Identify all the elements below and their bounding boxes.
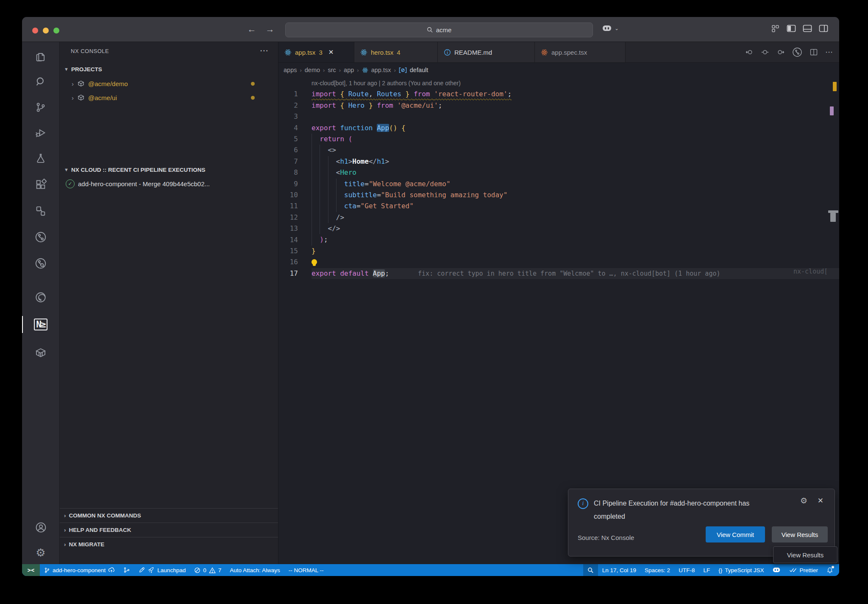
help-and-feedback-section[interactable]: › HELP AND FEEDBACK bbox=[60, 523, 278, 537]
vim-mode-status[interactable]: -- NORMAL -- bbox=[284, 564, 328, 576]
search-view-icon[interactable] bbox=[22, 71, 59, 93]
close-window-button[interactable] bbox=[32, 28, 38, 34]
window-controls bbox=[32, 28, 59, 34]
encoding-status[interactable]: UTF-8 bbox=[674, 564, 699, 576]
settings-gear-icon[interactable]: ⚙ bbox=[22, 542, 59, 564]
close-tab-icon[interactable]: ✕ bbox=[328, 48, 334, 56]
projects-section-header[interactable]: ▼ PROJECTS bbox=[60, 62, 278, 76]
language-mode-status[interactable]: {} TypeScript JSX bbox=[714, 564, 768, 576]
lightbulb-icon[interactable] bbox=[312, 259, 317, 265]
view-commit-button[interactable]: View Commit bbox=[706, 526, 765, 542]
notifications-bell[interactable] bbox=[822, 564, 839, 576]
line-number: 5 bbox=[278, 134, 298, 145]
code-line-12[interactable]: /> bbox=[312, 212, 839, 223]
code-line-2[interactable]: import { Hero } from '@acme/ui'; bbox=[312, 100, 839, 111]
indentation-status[interactable]: Spaces: 2 bbox=[640, 564, 674, 576]
command-center-search[interactable]: acme bbox=[285, 22, 593, 37]
project-item-acme-demo[interactable]: › @acme/demo bbox=[60, 77, 278, 90]
tab-readme-md[interactable]: README.md bbox=[438, 42, 535, 62]
breadcrumb-item[interactable]: apps bbox=[284, 67, 297, 73]
project-item-acme-ui[interactable]: › @acme/ui bbox=[60, 91, 278, 104]
common-nx-commands-section[interactable]: › COMMON NX COMMANDS bbox=[60, 508, 278, 523]
cursor-position-status[interactable]: Ln 17, Col 19 bbox=[598, 564, 640, 576]
code-line-10[interactable]: subtitle="Build something amazing today" bbox=[312, 190, 839, 201]
explorer-icon[interactable] bbox=[22, 45, 59, 67]
overview-modified-mark bbox=[830, 106, 834, 115]
code-line-16[interactable] bbox=[312, 257, 839, 268]
code-line-1[interactable]: import { Route, Routes } from 'react-rou… bbox=[312, 89, 839, 100]
maximize-window-button[interactable] bbox=[53, 28, 59, 34]
nx-cloud-section-header[interactable]: ▼ NX CLOUD :: RECENT CI PIPELINE EXECUTI… bbox=[60, 163, 278, 176]
gitlens-back-icon[interactable] bbox=[745, 48, 754, 56]
tab-app-tsx[interactable]: app.tsx 3 ✕ bbox=[278, 42, 354, 62]
split-editor-icon[interactable] bbox=[810, 48, 818, 56]
code-line-4[interactable]: export function App() { bbox=[312, 123, 839, 134]
eol-status[interactable]: LF bbox=[699, 564, 714, 576]
notification-settings-icon[interactable]: ⚙ bbox=[800, 496, 807, 506]
gitlens-current-icon[interactable] bbox=[761, 48, 769, 56]
code-line-3[interactable] bbox=[312, 111, 839, 122]
edge-browser-icon[interactable] bbox=[22, 286, 59, 308]
code-line-11[interactable]: cta="Get Started" bbox=[312, 201, 839, 212]
nx-migrate-section[interactable]: › NX MIGRATE bbox=[60, 537, 278, 551]
code-line-6[interactable]: <> bbox=[312, 145, 839, 156]
code-line-17[interactable]: export default App;fix: correct typo in … bbox=[312, 268, 839, 279]
problems-status[interactable]: 0 7 bbox=[190, 564, 225, 576]
code-line-5[interactable]: return ( bbox=[312, 134, 839, 145]
cloud-upload-icon bbox=[108, 567, 115, 573]
remote-indicator[interactable]: >< bbox=[22, 564, 40, 576]
extensions-icon[interactable] bbox=[22, 173, 59, 196]
breadcrumb-item[interactable]: src bbox=[328, 67, 336, 73]
code-line-14[interactable]: ); bbox=[312, 234, 839, 245]
toggle-secondary-sidebar-icon[interactable] bbox=[819, 24, 828, 33]
history-back-icon[interactable]: ← bbox=[246, 24, 257, 35]
breadcrumb-item[interactable]: app bbox=[344, 67, 354, 73]
scrollbar-thumb[interactable] bbox=[830, 213, 836, 222]
code-line-7[interactable]: <h1>Home</h1> bbox=[312, 156, 839, 167]
copilot-menu[interactable]: ⌄ bbox=[602, 24, 619, 33]
source-control-icon[interactable] bbox=[22, 96, 59, 118]
commit-graph-icon[interactable] bbox=[792, 47, 802, 57]
toggle-sidebar-icon[interactable] bbox=[787, 24, 796, 33]
sidebar-more-actions-icon[interactable]: ⋯ bbox=[260, 42, 269, 61]
code-line-13[interactable]: </> bbox=[312, 223, 839, 234]
editor-group: app.tsx 3 ✕ hero.tsx 4 README.md app.spe… bbox=[278, 42, 839, 564]
code-line-8[interactable]: <Hero bbox=[312, 167, 839, 178]
gitlens-forward-icon[interactable] bbox=[776, 48, 785, 56]
container-tools-icon[interactable] bbox=[22, 341, 59, 364]
toggle-panel-icon[interactable] bbox=[803, 24, 812, 33]
customize-layout-icon[interactable] bbox=[771, 24, 780, 33]
pipeline-execution-item[interactable]: ✓ add-hero-component - Merge 409b44e5cb0… bbox=[60, 177, 278, 190]
gitlens-inspect-icon[interactable] bbox=[22, 252, 59, 274]
gutter: 1234567891011121314151617 bbox=[278, 78, 308, 564]
nx-project-graph-icon[interactable] bbox=[22, 200, 59, 222]
commit-graph-status[interactable] bbox=[119, 564, 134, 576]
code-line-9[interactable]: title="Welcome @acme/demo" bbox=[312, 179, 839, 190]
accounts-icon[interactable] bbox=[22, 516, 59, 538]
breadcrumb-item[interactable]: app.tsx bbox=[371, 67, 391, 73]
minimize-window-button[interactable] bbox=[43, 28, 49, 34]
git-branch-status[interactable]: add-hero-component bbox=[40, 564, 119, 576]
tab-hero-tsx[interactable]: hero.tsx 4 bbox=[354, 42, 438, 62]
code-line-15[interactable]: } bbox=[312, 246, 839, 257]
warnings-icon bbox=[209, 567, 216, 573]
launchpad-status[interactable]: Launchpad bbox=[134, 564, 190, 576]
breadcrumb-item[interactable]: default bbox=[410, 67, 428, 73]
formatter-status[interactable]: Prettier bbox=[785, 564, 822, 576]
git-modified-dot bbox=[251, 96, 255, 100]
tab-app-spec-tsx[interactable]: app.spec.tsx bbox=[535, 42, 626, 62]
notification-close-icon[interactable]: ✕ bbox=[818, 496, 823, 505]
history-forward-icon[interactable]: → bbox=[264, 24, 275, 35]
more-actions-icon[interactable]: ⋯ bbox=[825, 48, 833, 57]
gitlens-icon[interactable] bbox=[22, 226, 59, 248]
auto-attach-status[interactable]: Auto Attach: Always bbox=[225, 564, 284, 576]
problem-badge: 4 bbox=[397, 49, 400, 56]
screencast-search-icon[interactable] bbox=[583, 564, 598, 576]
testing-icon[interactable] bbox=[22, 147, 59, 169]
breadcrumb-item[interactable]: demo bbox=[305, 67, 320, 73]
copilot-status[interactable] bbox=[768, 564, 785, 576]
view-results-button[interactable]: View Results bbox=[772, 526, 828, 542]
nx-console-icon[interactable]: N≥ bbox=[22, 313, 59, 336]
run-debug-icon[interactable] bbox=[22, 122, 59, 144]
error-count: 0 bbox=[203, 567, 206, 573]
